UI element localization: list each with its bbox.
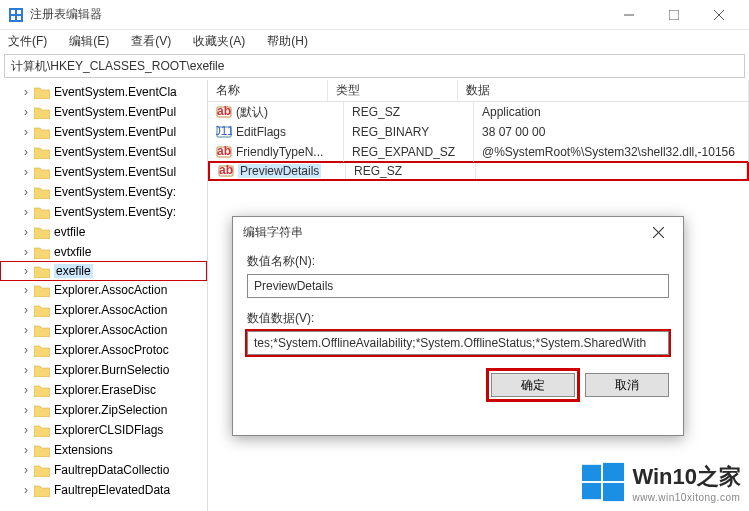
titlebar: 注册表编辑器 <box>0 0 749 30</box>
cell-type: REG_EXPAND_SZ <box>344 142 474 162</box>
list-row[interactable]: ab(默认)REG_SZApplication <box>208 102 749 122</box>
tree-item[interactable]: ›Explorer.AssocProtoc <box>0 340 207 360</box>
expand-icon[interactable]: › <box>20 185 32 199</box>
tree-item-label: exefile <box>54 264 93 278</box>
dialog-close-button[interactable] <box>643 217 673 247</box>
tree-item-label: EventSystem.EventSul <box>54 165 176 179</box>
tree-item[interactable]: ›Explorer.BurnSelectio <box>0 360 207 380</box>
tree-item[interactable]: ›Explorer.EraseDisc <box>0 380 207 400</box>
expand-icon[interactable]: › <box>20 145 32 159</box>
tree-item-label: EventSystem.EventSul <box>54 145 176 159</box>
cell-type: REG_SZ <box>346 163 476 179</box>
maximize-button[interactable] <box>651 0 696 30</box>
tree-item[interactable]: ›Explorer.ZipSelection <box>0 400 207 420</box>
tree-item[interactable]: ›FaultrepDataCollectio <box>0 460 207 480</box>
tree-item-label: Explorer.AssocAction <box>54 303 167 317</box>
tree-item-label: Explorer.AssocAction <box>54 283 167 297</box>
expand-icon[interactable]: › <box>20 105 32 119</box>
svg-text:011: 011 <box>216 124 232 138</box>
svg-rect-20 <box>603 463 624 481</box>
svg-rect-21 <box>582 483 601 499</box>
tree-item[interactable]: ›Extensions <box>0 440 207 460</box>
menu-help[interactable]: 帮助(H) <box>263 31 312 52</box>
ok-button[interactable]: 确定 <box>491 373 575 397</box>
expand-icon[interactable]: › <box>20 383 32 397</box>
expand-icon[interactable]: › <box>20 363 32 377</box>
cell-data: @%SystemRoot%\System32\shell32.dll,-1015… <box>474 142 749 162</box>
tree-item[interactable]: ›evtfile <box>0 222 207 242</box>
expand-icon[interactable]: › <box>20 125 32 139</box>
tree-item[interactable]: ›EventSystem.EventSul <box>0 142 207 162</box>
minimize-button[interactable] <box>606 0 651 30</box>
tree-view[interactable]: ›EventSystem.EventCla›EventSystem.EventP… <box>0 80 208 511</box>
cancel-button[interactable]: 取消 <box>585 373 669 397</box>
tree-item[interactable]: ›Explorer.AssocAction <box>0 320 207 340</box>
expand-icon[interactable]: › <box>20 264 32 278</box>
tree-item[interactable]: ›EventSystem.EventSy: <box>0 202 207 222</box>
tree-item-label: FaultrepElevatedData <box>54 483 170 497</box>
tree-item[interactable]: ›EventSystem.EventSy: <box>0 182 207 202</box>
svg-rect-19 <box>582 465 601 481</box>
watermark-brand: Win10之家 <box>632 462 741 492</box>
list-body: ab(默认)REG_SZApplication011EditFlagsREG_B… <box>208 102 749 181</box>
col-type[interactable]: 类型 <box>328 80 458 101</box>
tree-item-label: Explorer.AssocProtoc <box>54 343 169 357</box>
expand-icon[interactable]: › <box>20 323 32 337</box>
cell-name: (默认) <box>236 104 268 121</box>
cell-name: PreviewDetails <box>238 164 321 178</box>
svg-rect-3 <box>11 16 15 20</box>
tree-item[interactable]: ›ExplorerCLSIDFlags <box>0 420 207 440</box>
expand-icon[interactable]: › <box>20 463 32 477</box>
list-row[interactable]: abFriendlyTypeN...REG_EXPAND_SZ@%SystemR… <box>208 142 749 162</box>
close-button[interactable] <box>696 0 741 30</box>
tree-item-label: ExplorerCLSIDFlags <box>54 423 163 437</box>
svg-rect-2 <box>17 10 21 14</box>
col-name[interactable]: 名称 <box>208 80 328 101</box>
watermark: Win10之家 www.win10xitong.com <box>582 461 741 503</box>
tree-item-label: FaultrepDataCollectio <box>54 463 169 477</box>
edit-string-dialog: 编辑字符串 数值名称(N): 数值数据(V): 确定 取消 <box>232 216 684 436</box>
expand-icon[interactable]: › <box>20 483 32 497</box>
tree-item[interactable]: ›Explorer.AssocAction <box>0 300 207 320</box>
tree-item[interactable]: ›EventSystem.EventSul <box>0 162 207 182</box>
tree-item-label: EventSystem.EventCla <box>54 85 177 99</box>
cell-type: REG_SZ <box>344 102 474 122</box>
cell-data <box>476 163 747 179</box>
menu-favorites[interactable]: 收藏夹(A) <box>189 31 249 52</box>
window-title: 注册表编辑器 <box>30 6 606 23</box>
tree-item[interactable]: ›EventSystem.EventPul <box>0 102 207 122</box>
tree-item[interactable]: ›EventSystem.EventPul <box>0 122 207 142</box>
list-row[interactable]: abPreviewDetailsREG_SZ <box>208 161 749 181</box>
expand-icon[interactable]: › <box>20 303 32 317</box>
expand-icon[interactable]: › <box>20 403 32 417</box>
dialog-title: 编辑字符串 <box>243 224 643 241</box>
menu-edit[interactable]: 编辑(E) <box>65 31 113 52</box>
tree-item[interactable]: ›EventSystem.EventCla <box>0 82 207 102</box>
address-bar[interactable]: 计算机\HKEY_CLASSES_ROOT\exefile <box>4 54 745 78</box>
expand-icon[interactable]: › <box>20 423 32 437</box>
expand-icon[interactable]: › <box>20 85 32 99</box>
tree-item[interactable]: ›exefile <box>0 261 207 281</box>
expand-icon[interactable]: › <box>20 443 32 457</box>
regedit-icon <box>8 7 24 23</box>
value-name-input[interactable] <box>247 274 669 298</box>
expand-icon[interactable]: › <box>20 225 32 239</box>
expand-icon[interactable]: › <box>20 205 32 219</box>
col-data[interactable]: 数据 <box>458 80 749 101</box>
expand-icon[interactable]: › <box>20 165 32 179</box>
tree-item[interactable]: ›evtxfile <box>0 242 207 262</box>
value-name-label: 数值名称(N): <box>247 253 669 270</box>
list-row[interactable]: 011EditFlagsREG_BINARY38 07 00 00 <box>208 122 749 142</box>
expand-icon[interactable]: › <box>20 283 32 297</box>
cell-data: Application <box>474 102 749 122</box>
watermark-url: www.win10xitong.com <box>632 492 741 503</box>
tree-item[interactable]: ›Explorer.AssocAction <box>0 280 207 300</box>
tree-item-label: EventSystem.EventPul <box>54 125 176 139</box>
dialog-buttons: 确定 取消 <box>247 373 669 397</box>
tree-item[interactable]: ›FaultrepElevatedData <box>0 480 207 500</box>
value-data-input[interactable] <box>247 331 669 355</box>
menu-file[interactable]: 文件(F) <box>4 31 51 52</box>
expand-icon[interactable]: › <box>20 343 32 357</box>
menu-view[interactable]: 查看(V) <box>127 31 175 52</box>
expand-icon[interactable]: › <box>20 245 32 259</box>
